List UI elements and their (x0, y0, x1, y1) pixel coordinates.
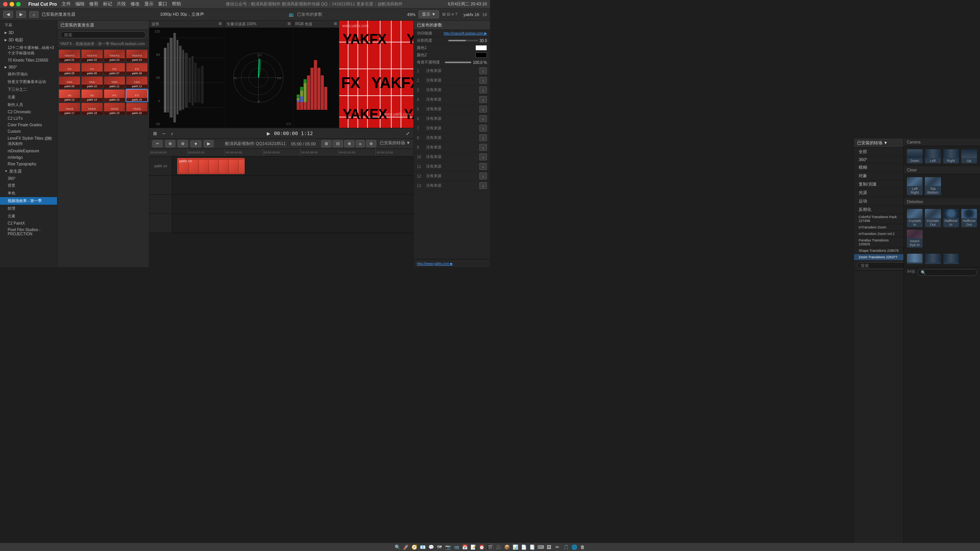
sidebar-item-texture[interactable]: 纹理 (0, 205, 57, 212)
sidebar-item-elements[interactable]: 元素 (0, 93, 57, 101)
media-thumb-yakfx05[interactable]: FX yakfx 05 (59, 63, 80, 75)
sidebar-item-vfx-s1[interactable]: 视频场效果 - 第一季 (0, 197, 57, 205)
transport-audio-btn[interactable]: ♪ (170, 130, 174, 137)
sidebar-item-color[interactable]: 单色 (0, 189, 57, 197)
transport-zoom-btn[interactable]: ↔ (161, 130, 167, 137)
sidebar-item-kinetic[interactable]: 70 Kinetic Titles 226656 (0, 57, 57, 64)
param-source-arrow-5[interactable]: ↓ (479, 106, 487, 112)
tl-dropdown-btn[interactable]: ▼ (190, 140, 201, 147)
param-source-arrow-11[interactable]: ↓ (479, 163, 487, 170)
sidebar-item-lower[interactable]: 下三分之二 (0, 86, 57, 93)
scope-btn[interactable]: ⊞ (219, 21, 222, 27)
sidebar-item-c2paint[interactable]: C2 PaintX (0, 220, 57, 227)
sidebar-item-credits[interactable]: 制作人员 (0, 101, 57, 109)
tl-icon3[interactable]: ⊕ (344, 140, 354, 147)
sidebar-item-mvertigo[interactable]: mVertigo (0, 154, 57, 161)
param-source-arrow-2[interactable]: ↓ (479, 77, 487, 84)
sidebar-item-motion[interactable]: 快更文字图像基本运动 (0, 78, 57, 86)
toolbar-home-btn[interactable]: ⌂ (29, 11, 39, 18)
media-thumb-yakfx07[interactable]: FX yakfx 07 (104, 63, 125, 75)
menu-modify[interactable]: 修改 (131, 1, 140, 7)
media-thumb-yakfx13[interactable]: YA yakfx 13 (59, 90, 80, 101)
tl-scissor-btn[interactable]: ⊗ (178, 140, 188, 147)
param-source-arrow-6[interactable]: ↓ (479, 115, 487, 122)
media-thumb-yakfx20[interactable]: YAKE yakfx 20 (126, 103, 147, 115)
sidebar-item-c2c[interactable]: C2 Chromatic (0, 109, 57, 115)
sidebar-item-mdouble[interactable]: mDoubleExposure (0, 148, 57, 154)
search-input[interactable] (60, 31, 146, 38)
param-source-arrow-3[interactable]: ↓ (479, 86, 487, 93)
display-dropdown[interactable]: 显示 ▼ (418, 10, 439, 18)
sidebar-item-3dmovie[interactable]: ▶ 3D 电影 (0, 36, 57, 44)
menu-mark[interactable]: 标记 (103, 1, 112, 7)
sidebar-item-rise[interactable]: Rise Typography (0, 161, 57, 167)
media-thumb-yakfx01[interactable]: YAKFX yakfx 01 (59, 50, 80, 62)
sidebar-item-colfin[interactable]: Color Finale Grades (0, 122, 57, 128)
menu-edit[interactable]: 编辑 (75, 1, 85, 7)
sidebar-item-generators[interactable]: ▼ 发生器 (0, 167, 57, 175)
media-thumb-yakfx16[interactable]: FX yakfx 16 (126, 90, 147, 101)
sidebar-item-plugin[interactable]: 插件/开场白 (0, 70, 57, 78)
tl-magnet-btn[interactable]: ⊕ (165, 140, 175, 147)
media-thumb-yakfx19[interactable]: YAKE yakfx 19 (104, 103, 125, 115)
media-thumb-yakfx14[interactable]: YA yakfx 14 (82, 90, 103, 101)
sidebar-item-leno[interactable]: LenoFX Stylish Titles @酷清风制作 (0, 135, 57, 148)
sidebar-item-pfs[interactable]: Pixel Film Studios - PROJECTION (0, 227, 57, 237)
param-brightness-slider[interactable] (448, 40, 478, 41)
param-color2-swatch[interactable] (475, 52, 487, 58)
sidebar-item-3d[interactable]: ▶ 3D (0, 29, 57, 36)
param-source-arrow-9[interactable]: ↓ (479, 144, 487, 151)
menu-view[interactable]: 显示 (144, 1, 154, 7)
toolbar-back-btn[interactable]: ◀ (3, 11, 13, 18)
menu-clip[interactable]: 片段 (117, 1, 126, 7)
media-thumb-yakfx02[interactable]: YAKFX yakfx 02 (82, 50, 103, 62)
sidebar-item-360b[interactable]: 360° (0, 175, 57, 182)
media-thumb-yakfx11[interactable]: YAK yakfx 11 (104, 77, 125, 88)
media-thumb-yakfx08[interactable]: FX yakfx 08 (126, 63, 147, 75)
sidebar-item-12[interactable]: 12个二维卡通补帧...动画+3个文字标题动画 (0, 44, 57, 57)
param-source-arrow-12[interactable]: ↓ (479, 173, 487, 179)
media-thumb-yakfx09[interactable]: YAK yakfx 09 (59, 77, 80, 88)
menu-window[interactable]: 窗口 (158, 1, 167, 7)
tl-icon1[interactable]: ⊞ (321, 140, 332, 147)
minimize-button[interactable] (10, 2, 14, 7)
transport-fullscreen-btn[interactable]: ⤢ (405, 130, 410, 137)
close-button[interactable] (3, 2, 8, 7)
scope-btn3[interactable]: ⊞ (334, 21, 337, 27)
fullscreen-button[interactable] (16, 2, 21, 7)
scope-btn2[interactable]: ⊞ (287, 21, 291, 27)
toolbar-forward-btn[interactable]: ▶ (16, 11, 26, 18)
sidebar-item-360[interactable]: ▶ 360° (0, 64, 57, 70)
menu-help[interactable]: 帮助 (172, 1, 181, 7)
library-dropdown[interactable]: 已安装的复发生器 (42, 11, 75, 17)
tl-icon4[interactable]: ≡ (356, 140, 365, 147)
sidebar-item-elem2[interactable]: 元素 (0, 212, 57, 220)
param-color1-swatch[interactable] (475, 45, 487, 51)
media-thumb-yakfx04[interactable]: YAKFX yakfx 04 (126, 50, 147, 62)
menu-file[interactable]: 文件 (62, 1, 71, 7)
param-source-arrow-13[interactable]: ↓ (479, 182, 487, 189)
tl-icon2[interactable]: ⊟ (333, 140, 343, 147)
footer-url[interactable]: http://www.yakfx.com ▶ (417, 262, 453, 266)
param-source-arrow-10[interactable]: ↓ (479, 153, 487, 160)
tl-cut-btn[interactable]: ✂ (152, 140, 163, 147)
param-url-value[interactable]: http://macsoft.taobao.com ▶ (444, 31, 487, 35)
media-thumb-yakfx03[interactable]: YAKFX yakfx 03 (104, 50, 125, 62)
media-thumb-yakfx06[interactable]: FX yakfx 06 (82, 63, 103, 75)
tl-clip-btn[interactable]: ▶ (204, 140, 214, 147)
track-clip-1[interactable]: yakfx 10 (177, 158, 245, 174)
transport-view-btn[interactable]: ⊞ (152, 130, 158, 137)
param-source-arrow-7[interactable]: ↓ (479, 125, 487, 132)
sidebar-item-custom[interactable]: Custom (0, 128, 57, 135)
tl-icon5[interactable]: ⊗ (366, 140, 376, 147)
media-thumb-yakfx12[interactable]: YAK yakfx 12 (126, 77, 147, 88)
param-source-arrow-8[interactable]: ↓ (479, 134, 487, 141)
media-thumb-yakfx10[interactable]: YAK yakfx 10 (82, 77, 103, 88)
menu-trim[interactable]: 修剪 (89, 1, 98, 7)
sidebar-item-c2l[interactable]: C2 LUTx (0, 115, 57, 122)
sidebar-item-bg[interactable]: 背景 (0, 182, 57, 189)
media-thumb-yakfx17[interactable]: YAKE yakfx 17 (59, 103, 80, 115)
media-thumb-yakfx15[interactable]: FX yakfx 15 (104, 90, 125, 101)
transport-play-btn[interactable]: ▶ (266, 130, 271, 137)
param-opacity-slider[interactable] (445, 62, 471, 63)
